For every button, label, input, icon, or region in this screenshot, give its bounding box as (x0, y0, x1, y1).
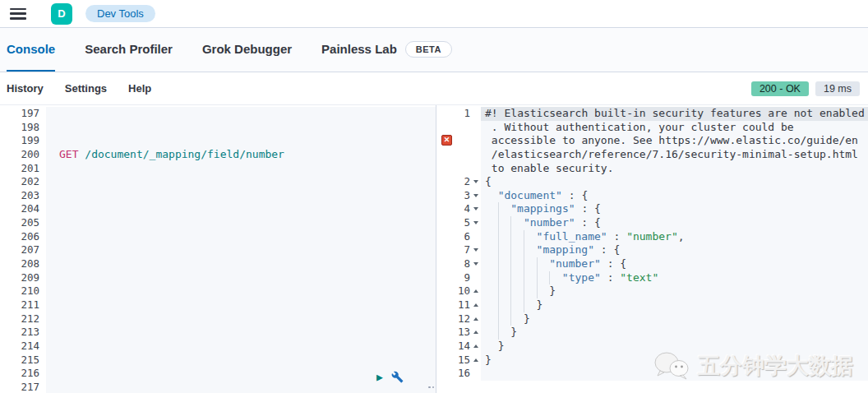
code-line[interactable] (46, 216, 436, 230)
request-editor[interactable]: 197198199200GET /document/_mapping/field… (0, 105, 436, 393)
indent-pad (485, 243, 498, 257)
line-number: 203 (0, 189, 46, 203)
fold-open-icon[interactable] (473, 248, 478, 252)
editor-line: 13} (436, 326, 868, 340)
code-line[interactable] (46, 354, 436, 368)
code-line[interactable]: "type" : "text" (481, 271, 868, 285)
history-menu[interactable]: History (7, 82, 44, 95)
resize-handle-icon[interactable] (428, 386, 434, 389)
indent-pad (485, 216, 498, 230)
settings-menu[interactable]: Settings (65, 82, 107, 95)
fold-open-icon[interactable] (473, 180, 478, 183)
fold-close-icon[interactable] (473, 303, 478, 307)
code-line[interactable] (46, 284, 436, 298)
editor-line: 12} (436, 312, 868, 326)
app-logo[interactable]: D (51, 3, 72, 25)
code-line[interactable] (46, 189, 436, 203)
code-line[interactable]: } (481, 326, 868, 340)
code-line[interactable]: . Without authentication, your cluster c… (481, 121, 868, 135)
request-url: /document/_mapping/field/number (78, 148, 284, 160)
line-number: 217 (0, 381, 46, 393)
code-token: } (537, 298, 543, 311)
code-line[interactable] (46, 243, 436, 257)
code-line[interactable] (46, 162, 436, 176)
indent-guide (498, 216, 511, 230)
indent-guide (498, 284, 511, 298)
line-number: 9 (436, 271, 481, 285)
indent-pad (485, 298, 498, 312)
code-line[interactable]: #! Elasticsearch built-in security featu… (481, 107, 868, 121)
code-line[interactable] (46, 326, 436, 340)
indent-pad (485, 230, 498, 244)
code-line[interactable] (46, 271, 436, 285)
tab-search-profiler[interactable]: Search Profiler (85, 28, 173, 72)
code-token: } (524, 312, 530, 325)
code-line[interactable] (46, 134, 436, 148)
top-bar: D Dev Tools (0, 0, 868, 28)
editor-line: 206 (0, 230, 436, 244)
code-line[interactable]: to enable security. (481, 162, 868, 176)
tab-console[interactable]: Console (7, 28, 55, 72)
code-token: , (678, 230, 685, 243)
code-line[interactable]: "document" : { (481, 189, 868, 203)
code-line[interactable]: } (481, 312, 868, 326)
code-line[interactable] (46, 298, 436, 312)
request-actions: ▶ (376, 371, 404, 383)
help-menu[interactable]: Help (128, 82, 151, 95)
code-line[interactable] (46, 107, 436, 121)
tab-grok-debugger[interactable]: Grok Debugger (202, 28, 292, 72)
line-number: 199 (0, 134, 46, 148)
fold-open-icon[interactable] (473, 262, 478, 266)
code-line[interactable]: } (481, 340, 868, 354)
indent-guide (510, 257, 524, 271)
menu-icon[interactable] (10, 8, 26, 20)
tab-painless-lab[interactable]: Painless Lab BETA (321, 28, 452, 72)
fold-close-icon[interactable] (473, 358, 478, 362)
fold-close-icon[interactable] (473, 331, 478, 334)
code-line[interactable]: } (481, 298, 868, 312)
wrench-icon[interactable] (391, 371, 404, 383)
fold-close-icon[interactable] (473, 317, 478, 321)
line-number: 205 (0, 216, 46, 230)
code-line[interactable] (46, 312, 436, 326)
code-line[interactable]: } (481, 354, 868, 368)
response-editor[interactable]: 1#! Elasticsearch built-in security feat… (436, 105, 868, 393)
code-line[interactable]: "number" : { (481, 216, 868, 230)
editor-line: 204 (0, 202, 436, 216)
indent-guide (510, 230, 524, 244)
editor-line: 7"mapping" : { (436, 243, 868, 257)
code-line[interactable]: "number" : { (481, 257, 868, 271)
indent-guide (498, 202, 511, 216)
code-line[interactable]: { (481, 175, 868, 189)
code-line[interactable]: /elasticsearch/reference/7.16/security-m… (481, 148, 868, 162)
code-token: /elasticsearch/reference/7.16/security-m… (492, 148, 858, 160)
send-request-icon[interactable]: ▶ (376, 372, 383, 382)
indent-guide (510, 216, 524, 230)
code-line[interactable]: "mapping" : { (481, 243, 868, 257)
error-icon[interactable]: ✕ (441, 135, 452, 146)
code-line[interactable]: accessible to anyone. See https://www.el… (481, 134, 868, 148)
code-line[interactable]: } (481, 284, 868, 298)
code-line[interactable] (46, 202, 436, 216)
code-line[interactable] (46, 230, 436, 244)
fold-open-icon[interactable] (473, 194, 478, 197)
line-number: 200 (0, 148, 46, 162)
fold-close-icon[interactable] (473, 344, 478, 348)
code-line[interactable]: "full_name" : "number", (481, 230, 868, 244)
indent-guide (510, 271, 524, 285)
code-line[interactable]: "mappings" : { (481, 202, 868, 216)
code-line[interactable] (481, 367, 868, 381)
console-editors: 197198199200GET /document/_mapping/field… (0, 105, 868, 393)
editor-line: 1#! Elasticsearch built-in security feat… (436, 107, 868, 121)
code-line[interactable] (46, 257, 436, 271)
breadcrumb[interactable]: Dev Tools (85, 5, 155, 22)
editor-line: 10} (436, 284, 868, 298)
fold-close-icon[interactable] (473, 289, 478, 293)
fold-open-icon[interactable] (473, 207, 478, 210)
fold-open-icon[interactable] (473, 221, 478, 224)
code-line[interactable] (46, 175, 436, 189)
code-line[interactable] (46, 340, 436, 354)
code-line[interactable] (46, 121, 436, 135)
indent-pad (485, 189, 498, 203)
code-line[interactable]: GET /document/_mapping/field/number (46, 148, 436, 162)
